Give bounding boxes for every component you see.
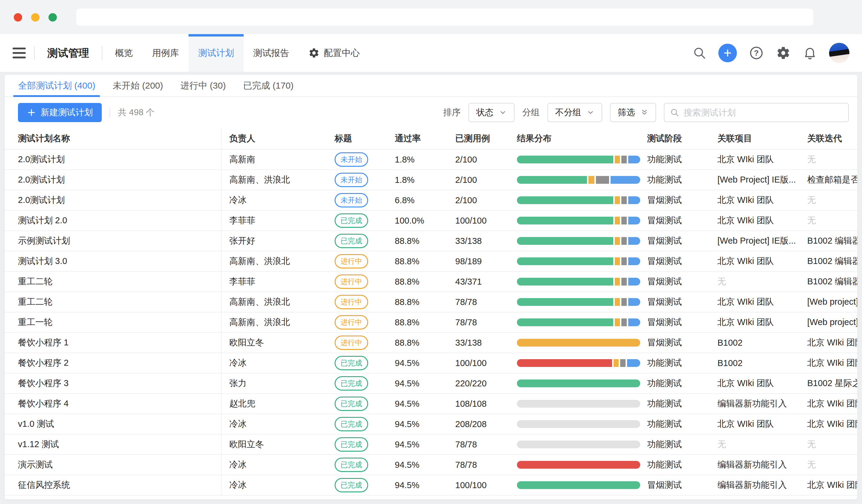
plan-name-cell: 2.0测试计划 xyxy=(5,190,222,210)
related-project-cell: 编辑器新功能引入 xyxy=(712,475,802,495)
related-project-cell: 北京 WIki 团队 xyxy=(712,313,802,332)
pass-rate-cell: 94.5% xyxy=(389,475,449,495)
status-badge: 未开始 xyxy=(335,173,368,187)
nav-item-case-library[interactable]: 用例库 xyxy=(142,34,188,72)
status-tabs: 全部测试计划 (400) 未开始 (200) 进行中 (30) 已完成 (170… xyxy=(5,75,857,97)
table-row[interactable]: 2.0测试计划高新南、洪浪北未开始1.8%2/100功能测试[Web Proje… xyxy=(5,170,857,190)
owner-cell: 冷冰 xyxy=(222,190,329,210)
table-row[interactable]: 测试计划 3.0高新南、洪浪北进行中88.8%98/189冒烟测试北京 WIki… xyxy=(5,251,857,272)
search-box xyxy=(664,103,849,122)
table-row[interactable]: 重工一轮高新南、洪浪北进行中88.8%78/78冒烟测试北京 WIki 团队[W… xyxy=(5,313,857,333)
table-row[interactable]: 餐饮小程序 3张力已完成94.5%220/220功能测试北京 WIki 团队B1… xyxy=(5,373,857,394)
segment-green xyxy=(517,318,613,326)
result-distribution-bar xyxy=(517,400,640,408)
table-row[interactable]: 餐饮小程序 2冷冰已完成94.5%100/100功能测试B1002北京 WIki… xyxy=(5,353,857,373)
status-badge: 已完成 xyxy=(335,397,368,411)
result-distribution-bar xyxy=(517,359,640,367)
sort-select[interactable]: 状态 xyxy=(468,103,514,122)
related-iteration-cell: [Web project] IE版本 xyxy=(802,313,857,332)
nav-item-test-plan[interactable]: 测试计划 xyxy=(188,34,244,72)
tab-not-started[interactable]: 未开始 (200) xyxy=(113,75,163,96)
segment-blue xyxy=(628,278,640,286)
notifications-bell-icon[interactable] xyxy=(803,46,817,60)
table-row[interactable]: 重工二轮高新南、洪浪北进行中88.8%78/78冒烟测试北京 WIki 团队[W… xyxy=(5,292,857,313)
related-project-cell: [Web Project] IE版... xyxy=(712,170,802,190)
test-phase-cell: 功能测试 xyxy=(640,353,712,373)
group-select[interactable]: 不分组 xyxy=(547,103,602,122)
nav-item-config-label: 配置中心 xyxy=(324,47,360,59)
result-distribution-cell xyxy=(509,475,640,495)
table-row[interactable]: 示例测试计划张开好已完成88.8%33/138冒烟测试[Web Project]… xyxy=(5,231,857,251)
address-bar[interactable] xyxy=(76,9,813,26)
owner-cell: 高新南、洪浪北 xyxy=(222,313,329,332)
result-distribution-bar xyxy=(517,380,640,387)
segment-green xyxy=(517,217,613,224)
table-row[interactable]: 餐饮小程序 1欧阳立冬进行中88.8%33/138冒烟测试B1002北京 WIk… xyxy=(5,333,857,353)
plan-name-cell: 测试计划 2.0 xyxy=(5,211,222,230)
status-badge: 已完成 xyxy=(335,356,368,370)
create-new-button[interactable] xyxy=(718,44,737,62)
related-iteration-cell: B1002 编辑器新功能 xyxy=(802,231,857,251)
segment-orange xyxy=(615,156,620,163)
table-row[interactable]: 演示测试冷冰已完成94.5%78/78功能测试编辑器新功能引入无 xyxy=(5,455,857,475)
segment-orange xyxy=(615,298,620,306)
result-distribution-cell xyxy=(509,170,640,190)
filter-button[interactable]: 筛选 xyxy=(610,103,656,122)
search-icon[interactable] xyxy=(693,46,706,60)
column-header-related-project: 关联项目 xyxy=(712,128,802,149)
table-row[interactable]: v1.0 测试冷冰已完成94.5%208/208功能测试北京 WIki 团队北京… xyxy=(5,414,857,435)
tab-all-plans[interactable]: 全部测试计划 (400) xyxy=(18,75,95,96)
column-header-tested-cases: 已测用例 xyxy=(449,128,509,149)
segment-blue xyxy=(611,176,640,184)
new-test-plan-button[interactable]: 新建测试计划 xyxy=(18,103,102,122)
segment-empty xyxy=(517,420,640,428)
nav-item-config-center[interactable]: 配置中心 xyxy=(299,34,369,72)
menu-icon[interactable] xyxy=(13,48,26,58)
user-avatar[interactable] xyxy=(829,43,849,63)
settings-gear-icon[interactable] xyxy=(776,45,791,61)
table-row[interactable]: v1.12 测试欧阳立冬已完成94.5%78/78功能测试无无 xyxy=(5,435,857,455)
nav-item-test-report[interactable]: 测试报告 xyxy=(244,34,299,72)
related-iteration-cell: 无 xyxy=(802,190,857,210)
owner-cell: 高新南、洪浪北 xyxy=(222,170,329,190)
sort-label: 排序 xyxy=(443,107,461,119)
pass-rate-cell: 88.8% xyxy=(389,251,449,271)
tab-completed[interactable]: 已完成 (170) xyxy=(243,75,293,96)
tab-in-progress[interactable]: 进行中 (30) xyxy=(181,75,226,96)
segment-gray xyxy=(621,318,627,326)
result-distribution-cell xyxy=(509,231,640,251)
related-iteration-cell: [Web project] IE版本 xyxy=(802,292,857,312)
table-row[interactable]: 测试计划 2.0李菲菲已完成100.0%100/100冒烟测试北京 WIki 团… xyxy=(5,211,857,231)
table-row[interactable]: 征信风控系统冷冰已完成94.5%100/100冒烟测试编辑器新功能引入北京 WI… xyxy=(5,475,857,495)
window-minimize-button[interactable] xyxy=(31,13,40,22)
owner-cell: 高新南 xyxy=(222,150,329,169)
segment-green xyxy=(517,298,613,306)
table-row[interactable]: 2.0测试计划冷冰未开始6.8%2/100冒烟测试北京 WIki 团队无 xyxy=(5,190,857,211)
related-project-cell: 北京 WIki 团队 xyxy=(712,373,802,393)
window-zoom-button[interactable] xyxy=(49,13,57,22)
window-close-button[interactable] xyxy=(14,13,22,22)
result-distribution-bar xyxy=(517,156,640,163)
related-iteration-cell: 北京 WIki 团队 xyxy=(802,353,857,373)
toolbar: 新建测试计划 共 498 个 排序 状态 分组 不分组 筛选 xyxy=(5,97,857,128)
segment-orange xyxy=(615,217,620,224)
help-icon[interactable]: ? xyxy=(749,45,764,61)
segment-orange xyxy=(615,278,620,286)
table-row[interactable]: 重工二轮李菲菲进行中88.8%43/371冒烟测试无B1002 编辑器新功能 xyxy=(5,272,857,292)
group-label: 分组 xyxy=(522,107,540,119)
search-input[interactable] xyxy=(683,108,843,118)
owner-cell: 赵北兜 xyxy=(222,394,329,414)
tested-cases-cell: 2/100 xyxy=(449,170,509,190)
toolbar-controls: 排序 状态 分组 不分组 筛选 xyxy=(443,103,849,122)
pass-rate-cell: 94.5% xyxy=(389,394,449,414)
plan-name-cell: 演示测试 xyxy=(5,455,222,475)
result-distribution-bar xyxy=(517,420,640,428)
nav-item-overview[interactable]: 概览 xyxy=(105,34,142,72)
segment-blue xyxy=(628,298,640,306)
segment-orange xyxy=(615,318,620,326)
status-cell: 进行中 xyxy=(329,251,389,271)
owner-cell: 高新南、洪浪北 xyxy=(222,251,329,271)
table-row[interactable]: 餐饮小程序 4赵北兜已完成94.5%108/108功能测试编辑器新功能引入北京 … xyxy=(5,394,857,414)
table-row[interactable]: 2.0测试计划高新南未开始1.8%2/100功能测试北京 WIki 团队无 xyxy=(5,150,857,170)
status-cell: 未开始 xyxy=(329,190,389,210)
